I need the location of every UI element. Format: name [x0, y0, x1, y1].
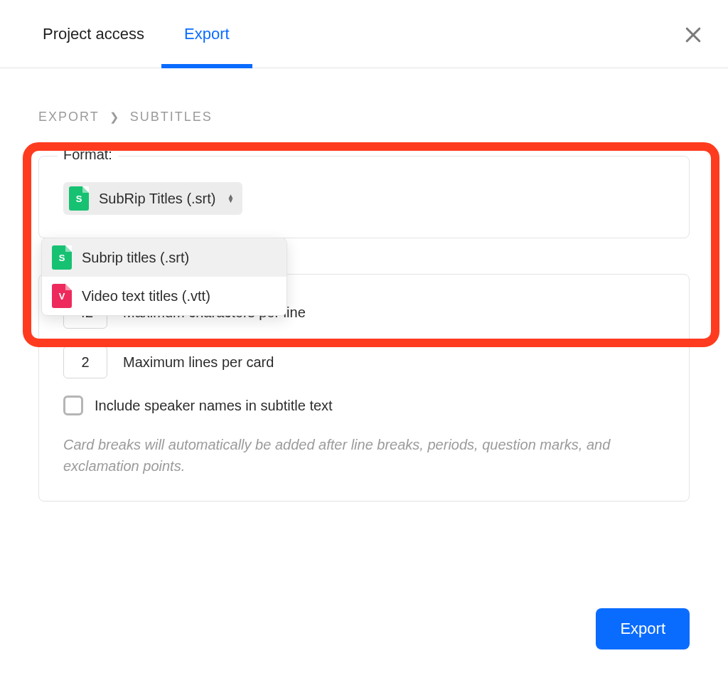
- srt-file-icon: S: [52, 245, 72, 270]
- dialog-content: Export ❯ Subtitles Format: S SubRip Titl…: [0, 68, 728, 566]
- max-lines-input[interactable]: [63, 346, 107, 378]
- include-speakers-checkbox[interactable]: [63, 396, 83, 415]
- tab-export[interactable]: Export: [184, 1, 230, 68]
- max-lines-label: Maximum lines per card: [123, 354, 274, 371]
- format-select[interactable]: S SubRip Titles (.srt) ▲▼: [63, 182, 242, 215]
- include-speakers-label: Include speaker names in subtitle text: [95, 398, 333, 414]
- breadcrumb-root[interactable]: Export: [38, 110, 100, 124]
- dialog-footer: Export: [0, 608, 728, 678]
- format-option-label: Subrip titles (.srt): [82, 250, 189, 266]
- tab-bar: Project access Export: [0, 0, 728, 68]
- format-option-srt[interactable]: S Subrip titles (.srt): [42, 238, 287, 277]
- srt-file-icon: S: [69, 186, 89, 211]
- vtt-file-icon: V: [52, 284, 72, 308]
- tab-project-access[interactable]: Project access: [43, 1, 144, 68]
- chevron-right-icon: ❯: [109, 110, 120, 124]
- format-selected-label: SubRip Titles (.srt): [99, 191, 215, 207]
- format-legend: Format:: [58, 147, 118, 163]
- export-dialog: Project access Export Export ❯ Subtitles…: [0, 0, 728, 678]
- close-icon[interactable]: [682, 24, 704, 46]
- breadcrumb: Export ❯ Subtitles: [38, 110, 690, 124]
- format-dropdown: S Subrip titles (.srt) V Video text titl…: [41, 238, 287, 316]
- format-option-vtt[interactable]: V Video text titles (.vtt): [42, 277, 287, 315]
- settings-hint: Card breaks will automatically be added …: [63, 434, 665, 477]
- format-panel: Format: S SubRip Titles (.srt) ▲▼: [38, 156, 690, 238]
- format-option-label: Video text titles (.vtt): [82, 288, 210, 304]
- include-speakers-row: Include speaker names in subtitle text: [63, 396, 665, 415]
- max-lines-row: Maximum lines per card: [63, 346, 665, 378]
- export-button[interactable]: Export: [596, 608, 690, 649]
- chevron-updown-icon: ▲▼: [227, 194, 234, 203]
- breadcrumb-leaf: Subtitles: [130, 110, 213, 124]
